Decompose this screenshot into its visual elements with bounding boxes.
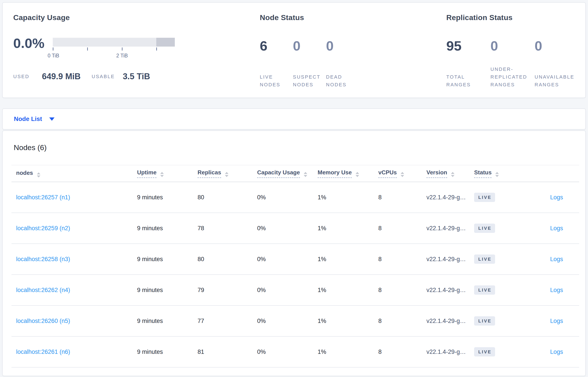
version-cell: v22.1.4-29-g… bbox=[426, 349, 474, 355]
suspect-nodes-label: SUSPECT NODES bbox=[293, 73, 326, 89]
replicas-cell: 79 bbox=[198, 287, 257, 294]
vcpus-cell: 8 bbox=[378, 287, 426, 294]
column-header-label[interactable]: Version bbox=[426, 169, 447, 178]
logs-link[interactable]: Logs bbox=[550, 225, 563, 232]
node-link[interactable]: localhost:26262 (n4) bbox=[16, 287, 70, 293]
memory-use-cell: 1% bbox=[318, 194, 378, 201]
capacity-usage-cell: 0% bbox=[257, 349, 318, 355]
replicas-cell: 81 bbox=[198, 349, 257, 355]
replicas-cell: 80 bbox=[198, 256, 257, 263]
sort-arrows-icon[interactable] bbox=[304, 172, 307, 177]
table-row: localhost:26260 (n5)9 minutes770%1%8v22.… bbox=[12, 306, 579, 337]
live-nodes-value: 6 bbox=[260, 39, 293, 53]
node-cell: localhost:26262 (n4) bbox=[12, 287, 137, 294]
usable-label: USABLE bbox=[92, 74, 115, 80]
uptime-cell: 9 minutes bbox=[137, 256, 198, 263]
axis-tick bbox=[87, 47, 88, 50]
node-cell: localhost:26259 (n2) bbox=[12, 225, 137, 232]
status-badge: LIVE bbox=[474, 347, 495, 356]
logs-link[interactable]: Logs bbox=[550, 194, 563, 201]
version-cell: v22.1.4-29-g… bbox=[426, 318, 474, 324]
column-header-vcpus[interactable]: vCPUs bbox=[378, 169, 426, 178]
sort-arrows-icon[interactable] bbox=[37, 172, 40, 177]
status-badge: LIVE bbox=[474, 316, 495, 326]
status-badge: LIVE bbox=[474, 285, 495, 295]
column-header-uptime[interactable]: Uptime bbox=[137, 169, 198, 178]
table-row: localhost:26261 (n6)9 minutes810%1%8v22.… bbox=[12, 337, 579, 367]
column-header-label[interactable]: Status bbox=[474, 169, 492, 178]
under-replicated-ranges-stat: 0 UNDER-REPLICATED RANGES bbox=[490, 39, 535, 89]
uptime-cell: 9 minutes bbox=[137, 287, 198, 294]
column-header-label[interactable]: Replicas bbox=[198, 169, 221, 178]
logs-cell: Logs bbox=[531, 318, 579, 324]
replicas-cell: 80 bbox=[198, 194, 257, 201]
node-cell: localhost:26260 (n5) bbox=[12, 318, 137, 324]
capacity-usage-cell: 0% bbox=[257, 194, 318, 201]
capacity-usage-title: Capacity Usage bbox=[13, 13, 260, 22]
sort-arrows-icon[interactable] bbox=[495, 172, 499, 177]
column-header-node[interactable]: nodes bbox=[12, 169, 137, 177]
column-header-label[interactable]: Capacity Usage bbox=[257, 169, 300, 178]
logs-link[interactable]: Logs bbox=[550, 256, 563, 262]
sort-arrows-icon[interactable] bbox=[225, 172, 228, 177]
dead-nodes-stat: 0 DEAD NODES bbox=[326, 39, 359, 89]
capacity-usage-cell: 0% bbox=[257, 318, 318, 324]
node-link[interactable]: localhost:26258 (n3) bbox=[16, 256, 70, 262]
node-status-section: Node Status 6 LIVE NODES 0 SUSPECT NODES… bbox=[260, 13, 446, 98]
node-link[interactable]: localhost:26260 (n5) bbox=[16, 318, 70, 324]
axis-tick bbox=[156, 47, 157, 50]
unavailable-ranges-label: UNAVAILABLE RANGES bbox=[535, 73, 579, 89]
memory-use-cell: 1% bbox=[318, 318, 378, 324]
used-value: 649.9 MiB bbox=[42, 72, 81, 81]
sort-arrows-icon[interactable] bbox=[160, 172, 164, 177]
table-row: localhost:26259 (n2)9 minutes780%1%8v22.… bbox=[12, 213, 579, 244]
node-link[interactable]: localhost:26261 (n6) bbox=[16, 349, 70, 355]
node-list-dropdown[interactable]: Node List bbox=[2, 108, 586, 130]
capacity-usage-cell: 0% bbox=[257, 256, 318, 263]
status-badge: LIVE bbox=[474, 193, 495, 202]
column-header-memory_use[interactable]: Memory Use bbox=[318, 169, 378, 178]
sort-arrows-icon[interactable] bbox=[400, 172, 404, 177]
column-header-label[interactable]: vCPUs bbox=[378, 169, 397, 178]
capacity-percent-value: 0.0% bbox=[13, 36, 44, 50]
status-cell: LIVE bbox=[474, 285, 531, 295]
table-row: localhost:26257 (n1)9 minutes800%1%8v22.… bbox=[12, 182, 579, 213]
column-header-label[interactable]: nodes bbox=[16, 169, 33, 176]
unavailable-ranges-stat: 0 UNAVAILABLE RANGES bbox=[535, 39, 579, 89]
logs-link[interactable]: Logs bbox=[550, 287, 563, 293]
column-header-label[interactable]: Uptime bbox=[137, 169, 156, 178]
logs-cell: Logs bbox=[531, 287, 579, 294]
column-header-capacity_usage[interactable]: Capacity Usage bbox=[257, 169, 318, 178]
version-cell: v22.1.4-29-g… bbox=[426, 225, 474, 232]
table-row: localhost:26262 (n4)9 minutes790%1%8v22.… bbox=[12, 275, 579, 306]
node-cell: localhost:26257 (n1) bbox=[12, 194, 137, 201]
logs-link[interactable]: Logs bbox=[550, 318, 563, 324]
column-header-label[interactable]: Memory Use bbox=[318, 169, 352, 178]
live-nodes-stat: 6 LIVE NODES bbox=[260, 39, 293, 89]
nodes-table-card: Nodes (6) nodesUptimeReplicasCapacity Us… bbox=[2, 130, 586, 376]
node-link[interactable]: localhost:26257 (n1) bbox=[16, 194, 70, 201]
capacity-usage-cell: 0% bbox=[257, 287, 318, 294]
capacity-bar-chart: 0 TiB 2 TiB bbox=[53, 38, 175, 50]
node-status-title: Node Status bbox=[260, 13, 446, 22]
column-header-version[interactable]: Version bbox=[426, 169, 474, 178]
node-link[interactable]: localhost:26259 (n2) bbox=[16, 225, 70, 232]
suspect-nodes-value: 0 bbox=[293, 39, 326, 53]
suspect-nodes-stat: 0 SUSPECT NODES bbox=[293, 39, 326, 89]
logs-link[interactable]: Logs bbox=[550, 349, 563, 355]
sort-arrows-icon[interactable] bbox=[451, 172, 455, 177]
memory-use-cell: 1% bbox=[318, 349, 378, 355]
node-list-dropdown-label[interactable]: Node List bbox=[14, 116, 42, 122]
sort-arrows-icon[interactable] bbox=[356, 172, 359, 177]
total-ranges-value: 95 bbox=[446, 39, 490, 53]
under-replicated-ranges-label: UNDER-REPLICATED RANGES bbox=[490, 65, 535, 89]
total-ranges-label: TOTAL RANGES bbox=[446, 73, 490, 89]
column-header-status[interactable]: Status bbox=[474, 169, 531, 178]
under-replicated-ranges-value: 0 bbox=[490, 39, 535, 53]
usable-value: 3.5 TiB bbox=[123, 72, 150, 81]
memory-use-cell: 1% bbox=[318, 287, 378, 294]
vcpus-cell: 8 bbox=[378, 256, 426, 263]
column-header-replicas[interactable]: Replicas bbox=[198, 169, 257, 178]
vcpus-cell: 8 bbox=[378, 349, 426, 355]
capacity-usage-cell: 0% bbox=[257, 225, 318, 232]
